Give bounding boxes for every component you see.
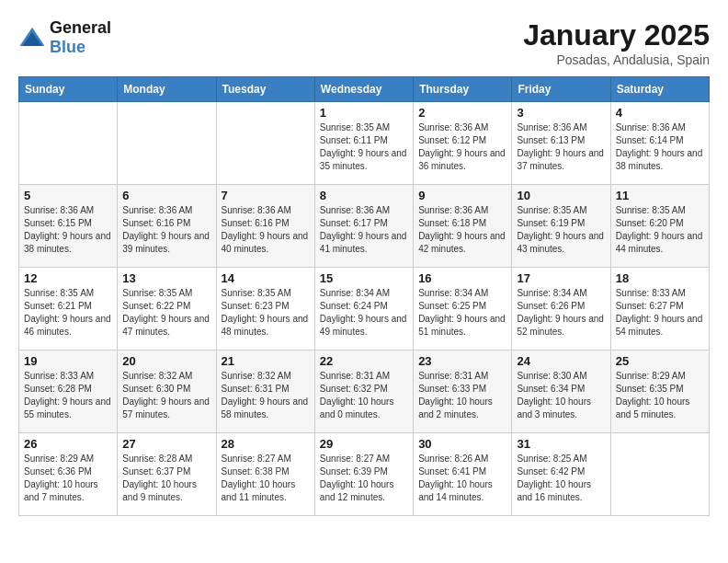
day-info: Sunrise: 8:25 AMSunset: 6:42 PMDaylight:… [517,453,605,504]
calendar-cell: 2Sunrise: 8:36 AMSunset: 6:12 PMDaylight… [414,102,512,185]
calendar-cell: 31Sunrise: 8:25 AMSunset: 6:42 PMDayligh… [512,433,610,516]
day-info: Sunrise: 8:34 AMSunset: 6:25 PMDaylight:… [418,287,506,339]
calendar-cell: 5Sunrise: 8:36 AMSunset: 6:15 PMDaylight… [19,185,118,268]
calendar-cell: 10Sunrise: 8:35 AMSunset: 6:19 PMDayligh… [512,185,610,268]
calendar-cell: 24Sunrise: 8:30 AMSunset: 6:34 PMDayligh… [512,350,610,433]
day-info: Sunrise: 8:36 AMSunset: 6:15 PMDaylight:… [24,204,112,256]
day-header-sunday: Sunday [19,77,118,102]
day-info: Sunrise: 8:35 AMSunset: 6:23 PMDaylight:… [222,287,310,339]
day-number: 12 [24,271,112,285]
day-info: Sunrise: 8:27 AMSunset: 6:39 PMDaylight:… [320,453,408,504]
calendar-cell: 28Sunrise: 8:27 AMSunset: 6:38 PMDayligh… [216,433,314,516]
day-info: Sunrise: 8:36 AMSunset: 6:17 PMDaylight:… [320,204,408,256]
day-info: Sunrise: 8:36 AMSunset: 6:16 PMDaylight:… [222,204,310,256]
calendar-table: SundayMondayTuesdayWednesdayThursdayFrid… [18,76,710,516]
day-info: Sunrise: 8:36 AMSunset: 6:16 PMDaylight:… [122,204,210,256]
calendar-cell: 19Sunrise: 8:33 AMSunset: 6:28 PMDayligh… [19,350,118,433]
calendar-week-1: 1Sunrise: 8:35 AMSunset: 6:11 PMDaylight… [19,102,710,185]
title-section: January 2025 Posadas, Andalusia, Spain [523,18,710,67]
day-number: 6 [122,189,210,202]
day-number: 23 [418,354,506,368]
calendar-cell: 17Sunrise: 8:34 AMSunset: 6:26 PMDayligh… [512,268,610,350]
day-number: 2 [418,106,506,120]
day-number: 7 [222,189,310,202]
day-info: Sunrise: 8:31 AMSunset: 6:33 PMDaylight:… [418,370,506,421]
calendar-cell [610,433,709,516]
day-number: 29 [320,437,408,451]
day-info: Sunrise: 8:29 AMSunset: 6:36 PMDaylight:… [24,453,112,504]
calendar-cell: 15Sunrise: 8:34 AMSunset: 6:24 PMDayligh… [314,268,413,350]
logo-icon [18,24,46,52]
calendar-cell: 4Sunrise: 8:36 AMSunset: 6:14 PMDaylight… [610,102,709,185]
day-number: 4 [616,106,704,120]
day-number: 8 [320,189,408,202]
day-number: 22 [320,354,408,368]
day-info: Sunrise: 8:33 AMSunset: 6:27 PMDaylight:… [616,287,704,339]
day-number: 16 [418,271,506,285]
day-info: Sunrise: 8:35 AMSunset: 6:20 PMDaylight:… [616,204,704,256]
day-number: 13 [122,271,210,285]
day-number: 3 [517,106,605,120]
calendar-cell: 7Sunrise: 8:36 AMSunset: 6:16 PMDaylight… [216,185,314,268]
calendar-cell: 13Sunrise: 8:35 AMSunset: 6:22 PMDayligh… [118,268,216,350]
day-header-monday: Monday [118,77,216,102]
page-header: General Blue January 2025 Posadas, Andal… [18,18,710,67]
day-info: Sunrise: 8:28 AMSunset: 6:37 PMDaylight:… [122,453,210,504]
calendar-cell: 16Sunrise: 8:34 AMSunset: 6:25 PMDayligh… [414,268,512,350]
day-number: 27 [122,437,210,451]
calendar-cell: 20Sunrise: 8:32 AMSunset: 6:30 PMDayligh… [118,350,216,433]
calendar-cell [19,102,118,185]
day-number: 21 [222,354,310,368]
day-number: 25 [616,354,704,368]
day-info: Sunrise: 8:36 AMSunset: 6:18 PMDaylight:… [418,204,506,256]
calendar-cell: 21Sunrise: 8:32 AMSunset: 6:31 PMDayligh… [216,350,314,433]
day-number: 31 [517,437,605,451]
day-info: Sunrise: 8:32 AMSunset: 6:31 PMDaylight:… [222,370,310,421]
day-info: Sunrise: 8:31 AMSunset: 6:32 PMDaylight:… [320,370,408,421]
calendar-week-2: 5Sunrise: 8:36 AMSunset: 6:15 PMDaylight… [19,185,710,268]
day-number: 28 [222,437,310,451]
day-header-thursday: Thursday [414,77,512,102]
calendar-week-4: 19Sunrise: 8:33 AMSunset: 6:28 PMDayligh… [19,350,710,433]
calendar-week-3: 12Sunrise: 8:35 AMSunset: 6:21 PMDayligh… [19,268,710,350]
day-number: 24 [517,354,605,368]
day-header-saturday: Saturday [610,77,709,102]
calendar-cell: 25Sunrise: 8:29 AMSunset: 6:35 PMDayligh… [610,350,709,433]
day-number: 17 [517,271,605,285]
calendar-cell: 12Sunrise: 8:35 AMSunset: 6:21 PMDayligh… [19,268,118,350]
logo: General Blue [18,18,111,57]
calendar-cell: 11Sunrise: 8:35 AMSunset: 6:20 PMDayligh… [610,185,709,268]
day-info: Sunrise: 8:36 AMSunset: 6:12 PMDaylight:… [418,121,506,173]
day-info: Sunrise: 8:32 AMSunset: 6:30 PMDaylight:… [122,370,210,421]
calendar-cell [118,102,216,185]
day-info: Sunrise: 8:35 AMSunset: 6:11 PMDaylight:… [320,121,408,173]
day-info: Sunrise: 8:36 AMSunset: 6:13 PMDaylight:… [517,121,605,173]
calendar-cell: 9Sunrise: 8:36 AMSunset: 6:18 PMDaylight… [414,185,512,268]
day-info: Sunrise: 8:35 AMSunset: 6:19 PMDaylight:… [517,204,605,256]
calendar-cell [216,102,314,185]
calendar-cell: 29Sunrise: 8:27 AMSunset: 6:39 PMDayligh… [314,433,413,516]
day-info: Sunrise: 8:26 AMSunset: 6:41 PMDaylight:… [418,453,506,504]
day-number: 18 [616,271,704,285]
calendar-cell: 8Sunrise: 8:36 AMSunset: 6:17 PMDaylight… [314,185,413,268]
calendar-cell: 3Sunrise: 8:36 AMSunset: 6:13 PMDaylight… [512,102,610,185]
day-info: Sunrise: 8:30 AMSunset: 6:34 PMDaylight:… [517,370,605,421]
location-subtitle: Posadas, Andalusia, Spain [523,52,710,67]
calendar-header-row: SundayMondayTuesdayWednesdayThursdayFrid… [19,77,710,102]
calendar-cell: 1Sunrise: 8:35 AMSunset: 6:11 PMDaylight… [314,102,413,185]
calendar-week-5: 26Sunrise: 8:29 AMSunset: 6:36 PMDayligh… [19,433,710,516]
day-info: Sunrise: 8:34 AMSunset: 6:24 PMDaylight:… [320,287,408,339]
calendar-cell: 23Sunrise: 8:31 AMSunset: 6:33 PMDayligh… [414,350,512,433]
calendar-cell: 18Sunrise: 8:33 AMSunset: 6:27 PMDayligh… [610,268,709,350]
calendar-cell: 14Sunrise: 8:35 AMSunset: 6:23 PMDayligh… [216,268,314,350]
day-number: 19 [24,354,112,368]
day-number: 14 [222,271,310,285]
month-title: January 2025 [523,18,710,52]
day-number: 30 [418,437,506,451]
calendar-cell: 26Sunrise: 8:29 AMSunset: 6:36 PMDayligh… [19,433,118,516]
day-header-friday: Friday [512,77,610,102]
day-info: Sunrise: 8:29 AMSunset: 6:35 PMDaylight:… [616,370,704,421]
day-info: Sunrise: 8:35 AMSunset: 6:21 PMDaylight:… [24,287,112,339]
day-number: 9 [418,189,506,202]
calendar-cell: 6Sunrise: 8:36 AMSunset: 6:16 PMDaylight… [118,185,216,268]
